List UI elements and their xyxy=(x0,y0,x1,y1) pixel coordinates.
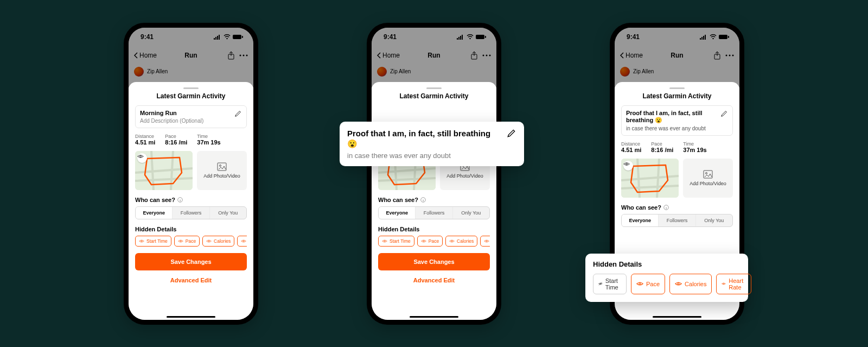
sheet-grip[interactable] xyxy=(183,87,199,89)
svg-rect-44 xyxy=(703,36,704,40)
svg-point-40 xyxy=(451,241,453,242)
svg-point-18 xyxy=(180,241,181,242)
visibility-header: Who can see? i xyxy=(378,197,490,203)
hidden-details-chips: Start Time Pace Calories Hea xyxy=(378,236,490,247)
visibility-header: Who can see? i xyxy=(135,197,247,203)
distance-value: 4.51 mi xyxy=(621,147,641,153)
save-button[interactable]: Save Changes xyxy=(378,253,490,270)
svg-point-39 xyxy=(423,241,424,242)
sheet-grip[interactable] xyxy=(669,87,685,89)
status-bar: 9:41 xyxy=(615,28,739,46)
distance-value: 4.51 mi xyxy=(135,139,155,146)
svg-point-25 xyxy=(469,37,470,39)
title-card[interactable]: Morning Run Add Description (Optional) xyxy=(135,105,247,129)
edit-icon[interactable] xyxy=(234,110,242,117)
svg-point-12 xyxy=(140,156,142,157)
info-icon[interactable]: i xyxy=(420,197,426,203)
map-thumbnail[interactable] xyxy=(135,151,193,190)
hidden-details-chips: Start Time Pace Calories Hea xyxy=(135,236,247,247)
title-callout: Proof that I am, in fact, still breathin… xyxy=(340,122,524,166)
chip-pace[interactable]: Pace xyxy=(631,274,665,294)
image-icon xyxy=(217,162,227,171)
visibility-followers[interactable]: Followers xyxy=(415,207,452,219)
battery-icon xyxy=(233,34,244,40)
wifi-icon xyxy=(224,34,231,40)
edit-icon[interactable] xyxy=(720,110,728,117)
page-title: Run xyxy=(615,52,739,59)
svg-rect-26 xyxy=(476,35,484,39)
pace-label: Pace xyxy=(165,134,187,139)
home-indicator[interactable] xyxy=(410,316,458,318)
svg-line-60 xyxy=(599,282,602,286)
time-value: 37m 19s xyxy=(683,147,706,153)
svg-rect-2 xyxy=(217,36,218,40)
add-media-button[interactable]: Add Photo/Video xyxy=(197,151,247,190)
svg-rect-22 xyxy=(458,37,459,40)
phone-frame-2: 9:41 Home Run Zip Allen Latest Ga xyxy=(367,23,501,325)
chip-calories[interactable]: Calories xyxy=(202,236,234,247)
sheet-grip[interactable] xyxy=(426,87,442,89)
chip-start-time[interactable]: Start Time xyxy=(378,236,414,247)
home-indicator[interactable] xyxy=(167,316,215,318)
info-icon[interactable]: i xyxy=(177,197,183,203)
save-button[interactable]: Save Changes xyxy=(135,253,247,270)
chip-heart-rate[interactable]: Heart Rate xyxy=(716,274,751,294)
activity-title: Proof that I am, in fact, still breathin… xyxy=(626,110,717,125)
page-title: Run xyxy=(372,52,496,59)
svg-point-38 xyxy=(384,241,386,242)
svg-rect-45 xyxy=(705,35,706,40)
add-media-label: Add Photo/Video xyxy=(690,181,726,186)
chip-calories[interactable]: Calories xyxy=(445,236,477,247)
visibility-only-you[interactable]: Only You xyxy=(452,207,489,219)
chip-calories[interactable]: Calories xyxy=(669,274,712,294)
visibility-everyone[interactable]: Everyone xyxy=(622,214,658,226)
add-media-label: Add Photo/Video xyxy=(203,173,240,179)
home-indicator[interactable] xyxy=(653,316,701,318)
svg-text:i: i xyxy=(423,199,424,202)
user-row: Zip Allen xyxy=(372,65,496,79)
visibility-everyone[interactable]: Everyone xyxy=(379,207,415,219)
visibility-only-you[interactable]: Only You xyxy=(209,207,246,219)
svg-rect-48 xyxy=(728,36,729,38)
advanced-edit-link[interactable]: Advanced Edit xyxy=(135,275,247,286)
visibility-only-you[interactable]: Only You xyxy=(695,214,732,226)
user-name: Zip Allen xyxy=(147,68,168,74)
battery-icon xyxy=(476,34,487,40)
visibility-everyone[interactable]: Everyone xyxy=(136,207,172,219)
map-visibility-icon[interactable] xyxy=(623,161,633,171)
chip-start-time[interactable]: Start Time xyxy=(593,274,627,294)
chip-start-time[interactable]: Start Time xyxy=(135,236,171,247)
stats-row: Distance4.51 mi Pace8:16 /mi Time37m 19s xyxy=(621,141,733,153)
status-time: 9:41 xyxy=(141,33,154,41)
page-title: Run xyxy=(129,52,253,59)
visibility-followers[interactable]: Followers xyxy=(658,214,695,226)
wifi-icon xyxy=(467,34,474,40)
visibility-segment[interactable]: Everyone Followers Only You xyxy=(378,206,490,219)
svg-rect-6 xyxy=(242,36,243,38)
sheet-header: Latest Garmin Activity xyxy=(378,92,490,100)
svg-point-63 xyxy=(723,283,724,285)
info-icon[interactable]: i xyxy=(663,205,669,210)
svg-rect-27 xyxy=(485,36,486,38)
svg-text:i: i xyxy=(666,206,667,210)
visibility-segment[interactable]: Everyone Followers Only You xyxy=(135,206,247,219)
chip-pace[interactable]: Pace xyxy=(174,236,200,247)
user-row: Zip Allen xyxy=(615,65,739,79)
sheet: Latest Garmin Activity Morning Run Add D… xyxy=(129,82,253,320)
edit-icon[interactable] xyxy=(507,128,516,138)
svg-point-17 xyxy=(141,241,143,242)
visibility-followers[interactable]: Followers xyxy=(172,207,209,219)
chip-heart-rate[interactable]: Hea xyxy=(480,236,490,247)
chip-heart-rate[interactable]: Hea xyxy=(237,236,247,247)
map-thumbnail[interactable] xyxy=(621,159,679,198)
visibility-segment[interactable]: Everyone Followers Only You xyxy=(621,214,733,227)
add-media-label: Add Photo/Video xyxy=(446,173,483,179)
time-value: 37m 19s xyxy=(197,139,220,146)
cellular-icon xyxy=(700,34,707,40)
advanced-edit-link[interactable]: Advanced Edit xyxy=(378,275,490,286)
title-card[interactable]: Proof that I am, in fact, still breathin… xyxy=(621,105,733,136)
chip-pace[interactable]: Pace xyxy=(417,236,443,247)
add-media-button[interactable]: Add Photo/Video xyxy=(683,159,733,198)
distance-label: Distance xyxy=(135,134,155,139)
time-label: Time xyxy=(683,141,706,147)
